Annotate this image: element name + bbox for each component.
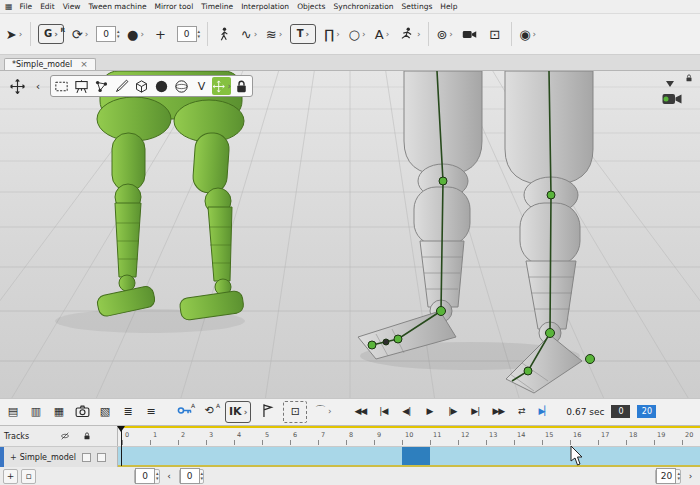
filter-sliders-icon[interactable]: ≣ bbox=[119, 402, 137, 422]
ik-mode-button-dropdown[interactable]: › bbox=[244, 407, 248, 417]
gizmo-mode-icon[interactable] bbox=[8, 77, 26, 95]
menu-view[interactable]: View bbox=[59, 2, 85, 11]
tab-simple-model[interactable]: *Simple_model × bbox=[4, 58, 96, 70]
add-track-button[interactable]: + bbox=[3, 469, 18, 484]
frame-count-spinner-arrows[interactable]: ▴▾ bbox=[117, 29, 120, 39]
current-frame-spinner[interactable]: 0▴▾ bbox=[179, 469, 205, 484]
run-cycle-tool[interactable]: › bbox=[398, 22, 421, 46]
ripple-tool[interactable]: ≋› bbox=[265, 22, 283, 46]
menu-synchronization[interactable]: Synchronization bbox=[329, 2, 397, 11]
track-display-mode-4[interactable]: ▧ bbox=[96, 402, 114, 422]
menu-file[interactable]: File bbox=[16, 2, 37, 11]
start-frame-spinner[interactable]: 0▴▾ bbox=[134, 469, 160, 484]
track-keyframe-bar[interactable] bbox=[118, 447, 700, 467]
marquee-select-tool[interactable] bbox=[52, 77, 71, 95]
ghost-mode-tool-dropdown[interactable]: › bbox=[54, 29, 58, 39]
track-row-header[interactable]: + Simple_model bbox=[0, 447, 118, 467]
end-frame-spinner-arrows[interactable]: ▴▾ bbox=[677, 471, 680, 481]
jump-end-button[interactable]: ▶| bbox=[468, 402, 482, 422]
mesh-visibility-tool[interactable] bbox=[172, 77, 191, 95]
collapse-left-icon[interactable]: ‹ bbox=[29, 77, 47, 95]
next-frame-button[interactable]: |▶ bbox=[445, 402, 459, 422]
play-button[interactable]: ▶ bbox=[422, 402, 436, 422]
playhead[interactable] bbox=[121, 426, 122, 466]
frame-capture-tool[interactable]: ⊡ bbox=[486, 22, 504, 46]
ragdoll-tool[interactable]: ∏› bbox=[323, 22, 341, 46]
ragdoll-tool-dropdown[interactable]: › bbox=[336, 29, 340, 39]
vector-tool[interactable]: V bbox=[192, 77, 211, 95]
new-box-button[interactable]: ▫ bbox=[21, 469, 36, 484]
menu-edit[interactable]: Edit bbox=[36, 2, 59, 11]
end-frame-spinner[interactable]: 20▴▾ bbox=[655, 469, 681, 484]
camera-frame-button[interactable]: ⊡ bbox=[283, 401, 307, 423]
track-display-mode-3[interactable]: ▦ bbox=[50, 402, 68, 422]
menu-mirror-tool[interactable]: Mirror tool bbox=[151, 2, 198, 11]
start-frame-spinner-arrows[interactable]: ▴▾ bbox=[156, 471, 159, 481]
auto-key-button[interactable]: A bbox=[175, 401, 193, 421]
pen-tool[interactable] bbox=[112, 77, 131, 95]
lock-tracks-icon[interactable] bbox=[78, 424, 96, 448]
box-controller-tool[interactable] bbox=[132, 77, 151, 95]
selected-frames-segment[interactable] bbox=[402, 447, 430, 467]
interval-spinner[interactable]: 0▴▾ bbox=[177, 22, 201, 46]
realtime-play-button[interactable]: ▶▏ bbox=[537, 402, 551, 422]
track-checkbox-1[interactable] bbox=[82, 453, 91, 462]
green-character-legs[interactable] bbox=[96, 71, 244, 321]
walk-cycle-tool[interactable] bbox=[215, 22, 233, 46]
fast-rewind-button[interactable]: ◀◀ bbox=[353, 402, 367, 422]
current-frame-spinner-arrows[interactable]: ▴▾ bbox=[201, 471, 204, 481]
curve-tool-dropdown[interactable]: › bbox=[254, 29, 258, 39]
add-frames-button[interactable]: + bbox=[152, 22, 170, 46]
loop-toggle[interactable]: ⇄ bbox=[514, 402, 528, 422]
viewport-camera-gizmo[interactable] bbox=[652, 73, 696, 113]
auto-interpolation-button[interactable]: ⟲A bbox=[200, 401, 218, 421]
point-controller-tool[interactable] bbox=[92, 77, 111, 95]
track-display-mode-2[interactable]: ▥ bbox=[27, 402, 45, 422]
menu-tween-machine[interactable]: Tween machine bbox=[84, 2, 150, 11]
video-record-tool[interactable] bbox=[461, 22, 479, 46]
spiral-tool-dropdown[interactable]: › bbox=[533, 29, 537, 39]
track-checkbox-2[interactable] bbox=[97, 453, 106, 462]
record-keyframe-button[interactable]: ●› bbox=[127, 22, 145, 46]
physics-tool[interactable]: ⊚› bbox=[436, 22, 454, 46]
interpolation-curve-button-dropdown[interactable]: › bbox=[328, 406, 332, 416]
ghost-mode-tool[interactable]: GR› bbox=[38, 24, 64, 44]
menu-settings[interactable]: Settings bbox=[398, 2, 437, 11]
record-keyframe-button-dropdown[interactable]: › bbox=[140, 29, 144, 39]
menu-help[interactable]: Help bbox=[436, 2, 461, 11]
track-display-mode-1[interactable]: ▤ bbox=[4, 402, 22, 422]
curve-tool[interactable]: ∿› bbox=[240, 22, 258, 46]
shift-right-button[interactable]: › bbox=[684, 470, 697, 483]
spiral-tool[interactable]: ◉› bbox=[519, 22, 537, 46]
flag-button[interactable] bbox=[258, 401, 276, 421]
timeline-ruler[interactable]: 01234567891011121314151617181920 bbox=[118, 426, 700, 446]
sphere-controller-tool[interactable] bbox=[152, 77, 171, 95]
ripple-tool-dropdown[interactable]: › bbox=[279, 29, 283, 39]
end-frame-box[interactable]: 20 bbox=[637, 405, 656, 418]
run-cycle-tool-dropdown[interactable]: › bbox=[417, 29, 421, 39]
interval-spinner-arrows[interactable]: ▴▾ bbox=[198, 29, 201, 39]
hide-tracks-icon[interactable] bbox=[56, 424, 74, 448]
move-tool[interactable]: › bbox=[212, 77, 231, 95]
autoposing-tool[interactable]: A› bbox=[373, 22, 391, 46]
autoposing-tool-dropdown[interactable]: › bbox=[386, 29, 390, 39]
physics-tool-dropdown[interactable]: › bbox=[449, 29, 453, 39]
orbit-tool[interactable]: ⟳› bbox=[71, 22, 89, 46]
viewport-3d[interactable]: ‹V› bbox=[0, 71, 700, 397]
select-tool-dropdown[interactable]: › bbox=[19, 29, 23, 39]
track-expand-button[interactable]: + bbox=[10, 453, 17, 462]
menu-objects[interactable]: Objects bbox=[293, 2, 329, 11]
move-tool-dropdown[interactable]: › bbox=[227, 81, 231, 91]
menu-timeline[interactable]: Timeline bbox=[197, 2, 237, 11]
lock-selection-icon[interactable] bbox=[232, 77, 251, 95]
shift-left-button[interactable]: ‹ bbox=[163, 470, 176, 483]
trajectory-tool-dropdown[interactable]: › bbox=[306, 29, 310, 39]
select-tool[interactable]: ➤› bbox=[5, 22, 23, 46]
menu-interpolation[interactable]: Interpolation bbox=[237, 2, 293, 11]
orbit-tool-dropdown[interactable]: › bbox=[85, 29, 89, 39]
trajectory-tool[interactable]: T› bbox=[290, 24, 316, 44]
tab-close-icon[interactable]: × bbox=[80, 60, 88, 69]
prev-frame-button[interactable]: ◀| bbox=[399, 402, 413, 422]
start-frame-box[interactable]: 0 bbox=[611, 405, 630, 418]
loop-tool[interactable]: ○› bbox=[348, 22, 366, 46]
